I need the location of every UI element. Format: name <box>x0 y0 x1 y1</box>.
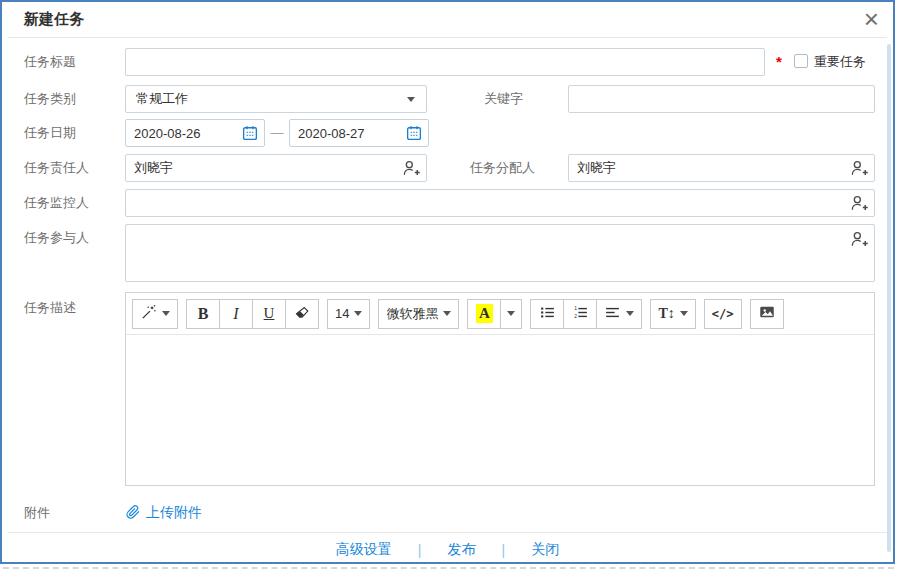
insert-image-button[interactable] <box>750 299 784 329</box>
eraser-icon <box>294 304 311 324</box>
chevron-down-icon <box>626 311 634 316</box>
italic-button[interactable]: I <box>219 299 253 329</box>
monitor-label: 任务监控人 <box>24 189 89 217</box>
bold-button[interactable]: B <box>186 299 220 329</box>
calendar-icon[interactable] <box>241 124 259 142</box>
font-size-button[interactable]: 14 <box>327 299 370 329</box>
person-add-icon[interactable] <box>401 158 421 178</box>
scrollbar-track[interactable] <box>887 44 891 552</box>
bullet-list-icon <box>539 304 556 324</box>
align-button[interactable] <box>596 299 642 329</box>
person-add-icon[interactable] <box>849 193 869 213</box>
start-date-field <box>125 119 265 147</box>
footer-separator: | <box>418 542 422 558</box>
description-content-area[interactable] <box>126 335 874 485</box>
footer-separator: | <box>502 542 506 558</box>
footer-actions: 高级设置 | 发布 | 关闭 <box>2 541 893 559</box>
new-task-dialog: 新建任务 × 任务标题 * 重要任务 任务类别 常规工作 关键字 任务日期 — <box>0 0 895 564</box>
magic-wand-icon <box>140 304 157 324</box>
description-label: 任务描述 <box>24 294 76 322</box>
numbered-list-button[interactable]: 1 2 <box>563 299 597 329</box>
paperclip-icon <box>125 504 141 523</box>
close-button[interactable]: 关闭 <box>531 541 559 559</box>
clear-format-button[interactable] <box>285 299 319 329</box>
task-category-select[interactable]: 常规工作 <box>125 85 427 113</box>
svg-text:2: 2 <box>574 314 577 319</box>
line-height-glyph: T↕ <box>658 306 674 322</box>
align-left-icon <box>604 304 621 324</box>
chevron-down-icon <box>407 97 415 102</box>
chevron-down-icon <box>507 311 515 316</box>
close-icon[interactable]: × <box>864 2 879 36</box>
person-add-icon[interactable] <box>849 229 869 249</box>
svg-text:1: 1 <box>574 306 577 311</box>
title-divider <box>8 37 887 38</box>
participants-label: 任务参与人 <box>24 224 89 252</box>
task-title-label: 任务标题 <box>24 48 76 76</box>
editor-toolbar: B I U 14 <box>126 293 874 335</box>
upload-attachment-link[interactable]: 上传附件 <box>125 502 202 524</box>
upload-attachment-text: 上传附件 <box>146 504 202 522</box>
chevron-down-icon <box>443 311 451 316</box>
task-date-label: 任务日期 <box>24 119 76 147</box>
important-task-label: 重要任务 <box>814 48 866 76</box>
font-family-value: 微软雅黑 <box>386 305 438 323</box>
required-asterisk: * <box>776 53 782 70</box>
line-height-button[interactable]: T↕ <box>650 299 695 329</box>
chevron-down-icon <box>680 311 688 316</box>
chevron-down-icon <box>354 311 362 316</box>
font-size-value: 14 <box>335 306 349 321</box>
assigner-label: 任务分配人 <box>470 154 535 182</box>
dialog-title: 新建任务 <box>24 10 84 29</box>
responsible-input[interactable] <box>125 154 427 182</box>
important-task-checkbox[interactable] <box>794 54 808 68</box>
chevron-down-icon <box>162 311 170 316</box>
task-category-value: 常规工作 <box>136 91 188 106</box>
task-category-label: 任务类别 <box>24 85 76 113</box>
numbered-list-icon: 1 2 <box>572 304 589 324</box>
calendar-icon[interactable] <box>405 124 423 142</box>
keyword-label: 关键字 <box>484 85 523 113</box>
underline-button[interactable]: U <box>252 299 286 329</box>
advanced-settings-button[interactable]: 高级设置 <box>336 541 392 559</box>
font-color-dropdown-button[interactable] <box>500 299 522 329</box>
background-dashed-line <box>3 567 894 569</box>
image-icon <box>758 303 776 324</box>
task-title-input[interactable] <box>125 48 765 76</box>
font-family-button[interactable]: 微软雅黑 <box>378 299 459 329</box>
description-editor: B I U 14 <box>125 292 875 486</box>
assigner-input[interactable] <box>568 154 875 182</box>
bullet-list-button[interactable] <box>530 299 564 329</box>
publish-button[interactable]: 发布 <box>448 541 476 559</box>
person-add-icon[interactable] <box>849 158 869 178</box>
date-range-separator: — <box>265 119 289 147</box>
monitor-input[interactable] <box>125 189 875 217</box>
font-color-letter: A <box>476 304 493 323</box>
end-date-field <box>289 119 429 147</box>
font-color-button[interactable]: A <box>467 299 501 329</box>
keyword-input[interactable] <box>568 85 875 113</box>
participants-input[interactable] <box>125 224 875 282</box>
responsible-label: 任务责任人 <box>24 154 89 182</box>
magic-style-button[interactable] <box>132 299 178 329</box>
footer-divider <box>8 532 887 533</box>
attachment-label: 附件 <box>24 502 50 524</box>
code-view-button[interactable]: </> <box>704 299 742 329</box>
